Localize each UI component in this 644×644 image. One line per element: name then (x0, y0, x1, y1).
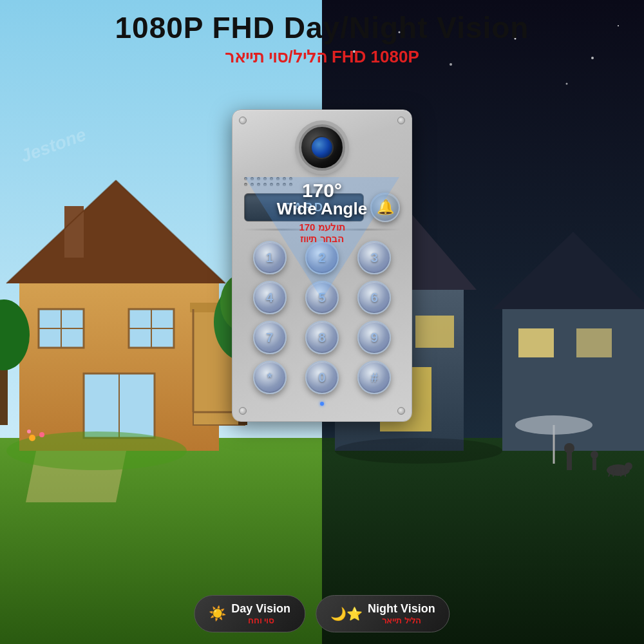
speaker-dot (270, 183, 273, 186)
svg-rect-51 (567, 451, 572, 470)
svg-line-60 (625, 468, 625, 477)
screw-bottom-right (397, 407, 405, 415)
screw-bottom-left (239, 407, 247, 415)
svg-point-49 (515, 415, 592, 435)
speaker-dot (257, 177, 260, 180)
speaker-dot (244, 177, 247, 180)
speaker-dot (276, 183, 279, 186)
svg-point-52 (564, 443, 574, 453)
night-vision-text: Night Vision הליל תייאר (368, 602, 435, 625)
speaker-dot (263, 183, 267, 186)
key-5[interactable]: 5 (305, 281, 339, 314)
speaker-dot (251, 183, 254, 186)
svg-point-37 (566, 83, 568, 85)
svg-point-28 (39, 432, 44, 437)
camera-inner-lens (310, 136, 334, 159)
device-wrapper: CARD 🔔 123456789*0# (232, 109, 412, 422)
speaker-dot (289, 183, 292, 186)
speaker-dot (276, 177, 279, 180)
key-4[interactable]: 4 (253, 281, 287, 314)
key-8[interactable]: 8 (305, 321, 339, 354)
section-divider (244, 229, 400, 231)
day-vision-label: Day Vision (231, 602, 290, 616)
card-row: CARD 🔔 (244, 193, 400, 222)
card-reader-label: CARD (283, 201, 325, 214)
speaker-dot (270, 177, 273, 180)
sun-icon: ☀️ (209, 605, 226, 622)
day-vision-badge: ☀️ Day Vision סוי וחח (194, 595, 305, 632)
key-3[interactable]: 3 (357, 241, 391, 274)
key-9[interactable]: 9 (357, 321, 391, 354)
key-#[interactable]: # (357, 361, 391, 394)
camera-section (244, 120, 400, 171)
svg-rect-53 (592, 457, 596, 470)
moon-star-icon: 🌙⭐ (330, 606, 363, 621)
key-6[interactable]: 6 (357, 281, 391, 314)
speaker-dot (263, 177, 267, 180)
day-vision-text: Day Vision סוי וחח (231, 602, 290, 625)
key-2[interactable]: 2 (305, 241, 339, 274)
svg-point-27 (29, 435, 35, 441)
svg-point-56 (625, 462, 632, 470)
speaker-dot (289, 177, 292, 180)
header: 1080P FHD Day/Night Vision הליל/סוי תייא… (0, 0, 644, 67)
bell-icon: 🔔 (377, 199, 394, 216)
bottom-badges: ☀️ Day Vision סוי וחח 🌙⭐ Night Vision הל… (194, 595, 450, 632)
speaker-dot (251, 177, 254, 180)
speaker-dot (244, 183, 247, 186)
intercom-device: CARD 🔔 123456789*0# (232, 109, 412, 422)
led-indicator (320, 402, 324, 406)
day-vision-label-hebrew: סוי וחח (231, 616, 290, 625)
card-reader[interactable]: CARD (244, 193, 364, 222)
svg-rect-47 (576, 328, 612, 357)
speaker-dot (257, 183, 260, 186)
svg-point-54 (591, 451, 598, 459)
camera-lens (299, 124, 345, 171)
speaker-dots (244, 177, 400, 186)
keypad: 123456789*0# (244, 236, 400, 399)
screw-top-left (239, 117, 247, 124)
night-vision-label-hebrew: הליל תייאר (368, 616, 435, 625)
speaker-dot (283, 183, 286, 186)
key-0[interactable]: 0 (305, 361, 339, 394)
night-vision-badge: 🌙⭐ Night Vision הליל תייאר (316, 595, 450, 632)
svg-rect-46 (518, 328, 554, 357)
key-1[interactable]: 1 (253, 241, 287, 274)
speaker-dot (283, 177, 286, 180)
key-*[interactable]: * (253, 361, 287, 394)
svg-rect-42 (415, 316, 454, 348)
bell-button[interactable]: 🔔 (370, 193, 400, 222)
page-title: 1080P FHD Day/Night Vision (0, 12, 644, 44)
night-vision-label: Night Vision (368, 602, 435, 616)
page-title-hebrew: הליל/סוי תייאר FHD 1080P (0, 47, 644, 67)
key-7[interactable]: 7 (253, 321, 287, 354)
svg-point-29 (27, 430, 31, 433)
screw-top-right (397, 117, 405, 124)
svg-line-59 (621, 468, 621, 477)
svg-point-50 (335, 438, 502, 464)
